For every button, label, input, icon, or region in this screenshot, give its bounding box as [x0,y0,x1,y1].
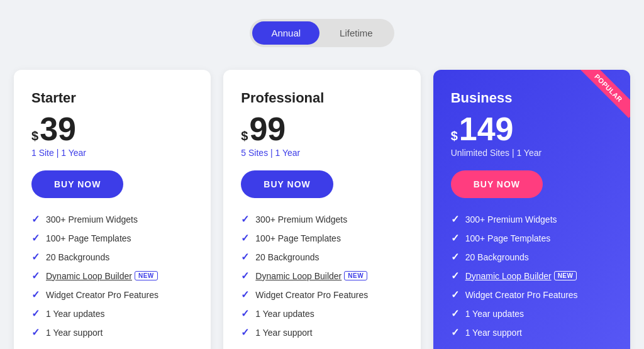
feature-item: ✓1 Year updates [241,307,402,319]
feature-item: ✓Widget Creator Pro Features [31,289,193,301]
price-symbol-business: $ [451,129,458,143]
feature-item: ✓100+ Page Templates [31,232,193,244]
plan-price-business: $ 149 [451,113,613,145]
plan-subtitle-business: Unlimited Sites | 1 Year [451,148,613,158]
check-icon: ✓ [451,251,459,263]
feature-item: ✓1 Year support [451,326,613,338]
feature-text-with-badge: Dynamic Loop BuilderNEW [46,271,158,281]
check-icon: ✓ [241,251,249,263]
buy-button-business[interactable]: BUY NOW [451,170,543,198]
new-badge: NEW [344,271,367,280]
features-list-starter: ✓300+ Premium Widgets ✓100+ Page Templat… [31,213,193,338]
check-icon: ✓ [451,270,459,282]
feature-text: 300+ Premium Widgets [46,214,138,224]
feature-text: 20 Backgrounds [46,252,109,262]
check-icon: ✓ [31,232,40,244]
features-list-professional: ✓300+ Premium Widgets ✓100+ Page Templat… [241,213,402,338]
plan-subtitle-professional: 5 Sites | 1 Year [241,148,402,158]
plan-card-professional: Professional $ 99 5 Sites | 1 Year BUY N… [223,70,420,349]
feature-text: 100+ Page Templates [465,233,551,243]
check-icon: ✓ [31,289,40,301]
plan-name-professional: Professional [241,90,402,106]
feature-text: 20 Backgrounds [465,252,529,262]
feature-item: ✓300+ Premium Widgets [241,213,402,225]
check-icon: ✓ [241,307,249,319]
feature-text: 1 Year updates [255,309,314,319]
feature-text: 100+ Page Templates [255,233,341,243]
feature-item: ✓1 Year updates [31,307,193,319]
feature-text-with-badge: Dynamic Loop BuilderNEW [465,271,577,281]
feature-text: 1 Year support [46,328,103,338]
feature-text-with-badge: Dynamic Loop BuilderNEW [255,271,367,281]
feature-item: ✓100+ Page Templates [451,232,613,244]
price-symbol-starter: $ [31,129,38,143]
plan-name-business: Business [451,90,613,106]
feature-item: ✓Widget Creator Pro Features [241,289,402,301]
new-badge: NEW [135,271,158,280]
feature-item: ✓300+ Premium Widgets [451,213,613,225]
feature-link-starter-3[interactable]: Dynamic Loop Builder [46,271,132,281]
feature-text: 100+ Page Templates [46,233,131,243]
feature-item: ✓20 Backgrounds [241,251,402,263]
feature-item: ✓20 Backgrounds [31,251,193,263]
plan-price-starter: $ 39 [31,113,193,145]
price-amount-business: 149 [459,113,514,145]
plan-subtitle-starter: 1 Site | 1 Year [31,148,193,158]
feature-item: ✓1 Year updates [451,307,613,319]
check-icon: ✓ [31,213,40,225]
features-list-business: ✓300+ Premium Widgets ✓100+ Page Templat… [451,213,613,338]
feature-text: 1 Year support [255,328,312,338]
feature-item: ✓1 Year support [241,326,402,338]
plans-container: Starter $ 39 1 Site | 1 Year BUY NOW ✓30… [14,70,630,349]
plan-card-starter: Starter $ 39 1 Site | 1 Year BUY NOW ✓30… [14,70,211,349]
feature-link-professional-3[interactable]: Dynamic Loop Builder [255,271,341,281]
check-icon: ✓ [451,326,459,338]
feature-text: 20 Backgrounds [255,252,319,262]
lifetime-tab[interactable]: Lifetime [321,21,392,45]
feature-item: ✓300+ Premium Widgets [31,213,193,225]
check-icon: ✓ [451,232,459,244]
feature-text: 300+ Premium Widgets [255,214,347,224]
plan-name-starter: Starter [31,90,193,106]
feature-item: ✓Widget Creator Pro Features [451,289,613,301]
plan-price-professional: $ 99 [241,113,402,145]
price-amount-professional: 99 [249,113,286,145]
check-icon: ✓ [31,326,40,338]
check-icon: ✓ [241,270,249,282]
price-amount-starter: 39 [40,113,76,145]
new-badge: NEW [554,271,577,280]
feature-text: Widget Creator Pro Features [465,290,578,300]
check-icon: ✓ [451,289,459,301]
feature-text: 1 Year updates [465,309,524,319]
check-icon: ✓ [241,213,249,225]
check-icon: ✓ [31,307,40,319]
feature-item: ✓20 Backgrounds [451,251,613,263]
check-icon: ✓ [451,307,459,319]
feature-item: ✓ Dynamic Loop BuilderNEW [31,270,193,282]
billing-toggle: Annual Lifetime [250,19,394,47]
feature-text: 1 Year updates [46,309,104,319]
feature-link-business-3[interactable]: Dynamic Loop Builder [465,271,552,281]
feature-text: Widget Creator Pro Features [255,290,368,300]
feature-text: Widget Creator Pro Features [46,290,158,300]
check-icon: ✓ [451,213,459,225]
check-icon: ✓ [241,326,249,338]
feature-item: ✓ Dynamic Loop BuilderNEW [241,270,402,282]
feature-item: ✓1 Year support [31,326,193,338]
plan-card-business: POPULAR Business $ 149 Unlimited Sites |… [433,70,630,349]
buy-button-starter[interactable]: BUY NOW [31,170,123,198]
feature-item: ✓100+ Page Templates [241,232,402,244]
feature-text: 300+ Premium Widgets [465,214,557,224]
feature-item: ✓ Dynamic Loop BuilderNEW [451,270,613,282]
check-icon: ✓ [241,289,249,301]
price-symbol-professional: $ [241,129,248,143]
check-icon: ✓ [31,251,40,263]
check-icon: ✓ [31,270,40,282]
buy-button-professional[interactable]: BUY NOW [241,170,333,198]
annual-tab[interactable]: Annual [252,21,319,45]
feature-text: 1 Year support [465,328,522,338]
check-icon: ✓ [241,232,249,244]
